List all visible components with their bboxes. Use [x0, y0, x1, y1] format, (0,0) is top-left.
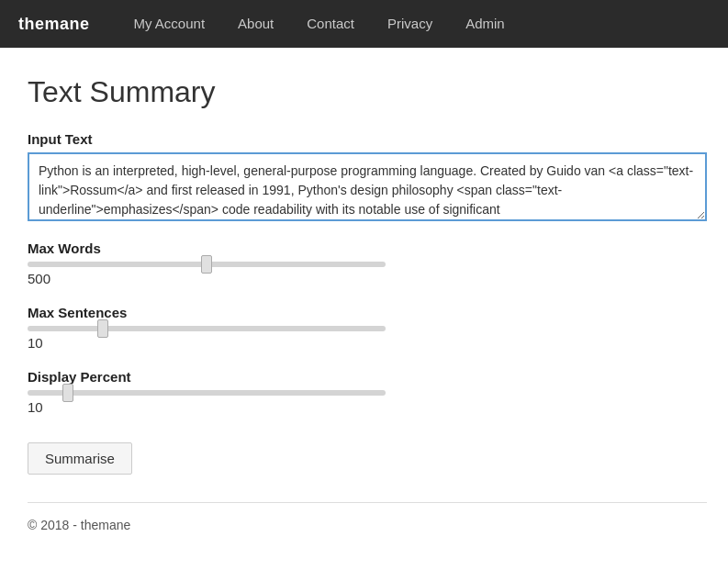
footer-text: © 2018 - themane [28, 518, 700, 532]
input-text-label: Input Text [28, 131, 700, 147]
max-sentences-slider[interactable] [28, 326, 386, 331]
main-content: Text Summary Input Text Python is an int… [0, 48, 728, 551]
input-text-group: Input Text Python is an interpreted, hig… [28, 131, 700, 224]
display-percent-value: 10 [28, 399, 43, 415]
max-words-value: 500 [28, 271, 50, 286]
nav-link-contact[interactable]: Contact [290, 0, 371, 48]
nav-links: My Account About Contact Privacy Admin [118, 0, 521, 48]
summarise-button[interactable]: Summarise [28, 442, 132, 475]
max-sentences-value: 10 [28, 335, 43, 351]
nav-link-privacy[interactable]: Privacy [371, 0, 449, 48]
display-percent-slider[interactable] [28, 390, 386, 396]
max-sentences-group: Max Sentences 10 [28, 305, 700, 351]
nav-link-myaccount[interactable]: My Account [118, 0, 222, 48]
navbar: themane My Account About Contact Privacy… [0, 0, 728, 48]
max-words-group: Max Words 500 [28, 240, 700, 286]
nav-link-about[interactable]: About [221, 0, 290, 48]
max-words-slider[interactable] [28, 262, 386, 267]
nav-brand[interactable]: themane [18, 15, 90, 34]
display-percent-label: Display Percent [28, 369, 700, 385]
page-title: Text Summary [28, 75, 700, 109]
display-percent-group: Display Percent 10 [28, 369, 700, 415]
max-words-label: Max Words [28, 240, 700, 256]
nav-link-admin[interactable]: Admin [449, 0, 521, 48]
input-text-field[interactable]: Python is an interpreted, high-level, ge… [28, 152, 707, 221]
max-sentences-label: Max Sentences [28, 305, 700, 320]
footer-divider [28, 502, 707, 503]
